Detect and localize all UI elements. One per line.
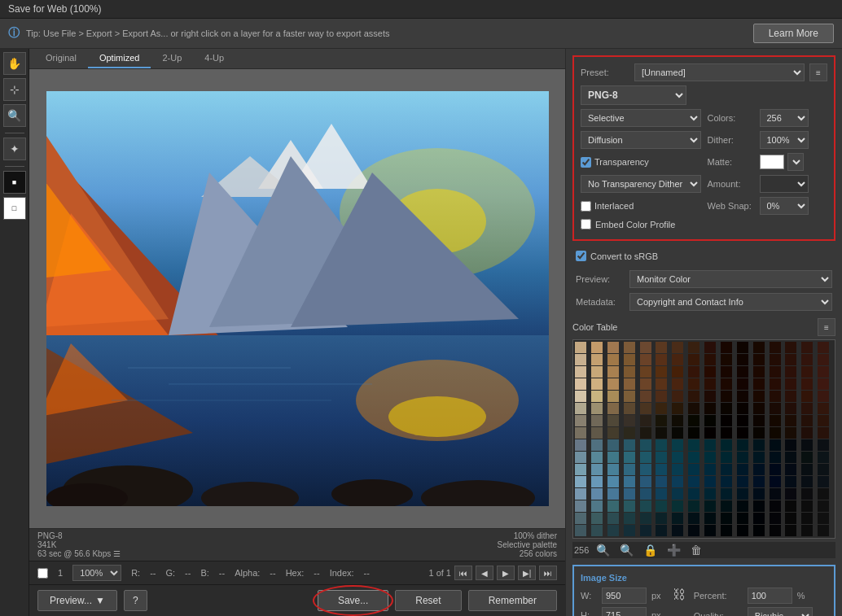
color-cell[interactable] (721, 500, 732, 512)
color-cell[interactable] (688, 488, 699, 500)
color-cell[interactable] (737, 439, 748, 451)
color-cell[interactable] (818, 452, 829, 463)
color-cell[interactable] (607, 391, 619, 402)
color-cell[interactable] (737, 427, 748, 439)
color-cell[interactable] (672, 439, 683, 451)
color-cell[interactable] (801, 366, 813, 378)
color-cell[interactable] (704, 452, 716, 463)
dither-select[interactable]: Diffusion (581, 131, 701, 149)
color-cell[interactable] (591, 464, 603, 475)
color-cell[interactable] (770, 366, 781, 378)
color-cell[interactable] (607, 439, 619, 451)
color-cell[interactable] (624, 476, 635, 487)
color-cell[interactable] (753, 342, 765, 353)
color-cell[interactable] (785, 500, 796, 512)
format-select[interactable]: PNG-8 (581, 85, 686, 105)
transparency-checkbox[interactable] (581, 157, 591, 168)
preset-select[interactable]: [Unnamed] (634, 63, 805, 81)
color-cell[interactable] (801, 391, 813, 402)
color-cell[interactable] (818, 500, 829, 512)
color-cell[interactable] (624, 452, 635, 463)
color-cell[interactable] (607, 476, 619, 487)
color-cell[interactable] (753, 525, 765, 536)
quality-select[interactable]: Bicubic (748, 607, 813, 616)
color-cell[interactable] (753, 427, 765, 439)
color-cell[interactable] (801, 415, 813, 426)
color-cell[interactable] (770, 342, 781, 353)
color-cell[interactable] (607, 427, 619, 439)
color-cell[interactable] (785, 391, 796, 402)
color-cell[interactable] (737, 513, 748, 524)
color-cell[interactable] (704, 415, 716, 426)
matte-swatch[interactable] (760, 155, 784, 169)
color-cell[interactable] (575, 378, 586, 390)
color-cell[interactable] (575, 464, 586, 475)
color-cell[interactable] (785, 439, 796, 451)
color-cell[interactable] (672, 415, 683, 426)
color-cell[interactable] (591, 415, 603, 426)
color-cell[interactable] (801, 488, 813, 500)
color-cell[interactable] (770, 391, 781, 402)
color-cell[interactable] (688, 391, 699, 402)
color-cell[interactable] (737, 342, 748, 353)
color-cell[interactable] (801, 427, 813, 439)
zoom-tool[interactable]: 🔍 (3, 104, 26, 127)
color-cell[interactable] (575, 342, 586, 353)
color-cell[interactable] (591, 378, 603, 390)
color-cell[interactable] (721, 452, 732, 463)
color-cell[interactable] (770, 403, 781, 414)
color-cell[interactable] (591, 354, 603, 365)
color-cell[interactable] (801, 452, 813, 463)
color-cell[interactable] (656, 452, 667, 463)
color-cell[interactable] (672, 354, 683, 365)
embed-color-checkbox[interactable] (581, 219, 591, 229)
color-cell[interactable] (672, 500, 683, 512)
color-cell[interactable] (640, 500, 651, 512)
color-cell[interactable] (607, 464, 619, 475)
color-cell[interactable] (785, 464, 796, 475)
color-cell[interactable] (640, 378, 651, 390)
color-cell[interactable] (770, 415, 781, 426)
color-cell[interactable] (801, 525, 813, 536)
color-cell[interactable] (737, 415, 748, 426)
color-cell[interactable] (721, 354, 732, 365)
color-cell[interactable] (624, 439, 635, 451)
nav-play[interactable]: ▶ (497, 566, 515, 580)
color-cell[interactable] (672, 525, 683, 536)
color-cell[interactable] (770, 513, 781, 524)
color-cell[interactable] (640, 415, 651, 426)
color-cell[interactable] (640, 513, 651, 524)
ct-zoom-in[interactable]: 🔍 (594, 544, 612, 557)
color-cell[interactable] (607, 500, 619, 512)
color-cell[interactable] (785, 403, 796, 414)
color-cell[interactable] (591, 342, 603, 353)
color-cell[interactable] (721, 427, 732, 439)
color-cell[interactable] (624, 378, 635, 390)
color-cell[interactable] (640, 366, 651, 378)
color-cell[interactable] (753, 439, 765, 451)
color-cell[interactable] (753, 391, 765, 402)
color-cell[interactable] (704, 488, 716, 500)
color-cell[interactable] (591, 500, 603, 512)
preview-button[interactable]: Preview... ▼ (37, 590, 117, 611)
ct-zoom-out[interactable]: 🔍 (617, 544, 636, 557)
color-cell[interactable] (624, 366, 635, 378)
color-cell[interactable] (818, 378, 829, 390)
color-cell[interactable] (721, 342, 732, 353)
color-cell[interactable] (770, 378, 781, 390)
color-cell[interactable] (575, 427, 586, 439)
color-cell[interactable] (753, 354, 765, 365)
color-cell[interactable] (688, 378, 699, 390)
color-cell[interactable] (770, 500, 781, 512)
color-cell[interactable] (688, 366, 699, 378)
reduction-select[interactable]: Selective (581, 109, 701, 127)
color-cell[interactable] (656, 391, 667, 402)
color-cell[interactable] (801, 513, 813, 524)
color-cell[interactable] (656, 500, 667, 512)
color-cell[interactable] (801, 403, 813, 414)
color-cell[interactable] (721, 513, 732, 524)
color-cell[interactable] (575, 500, 586, 512)
color-cell[interactable] (818, 366, 829, 378)
color-cell[interactable] (624, 403, 635, 414)
color-cell[interactable] (591, 391, 603, 402)
